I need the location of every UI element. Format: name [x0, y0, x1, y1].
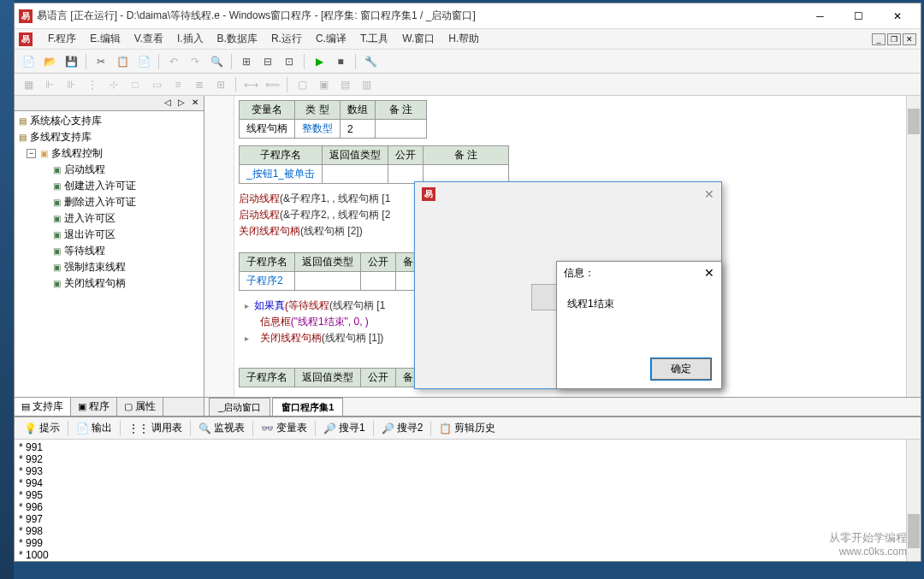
- tb2-4[interactable]: ⋮: [83, 75, 102, 94]
- subroutine-table-2[interactable]: 子程序名返回值类型公开备 子程序2: [239, 252, 421, 291]
- btn-watch[interactable]: 🔍监视表: [193, 419, 250, 437]
- menu-tools[interactable]: T.工具: [353, 30, 395, 48]
- save-icon[interactable]: 💾: [62, 52, 80, 71]
- menu-edit[interactable]: E.编辑: [83, 30, 127, 48]
- tb2-3[interactable]: ⊪: [62, 75, 80, 94]
- app-icon-small: 易: [19, 32, 33, 46]
- tree-leaf[interactable]: 删除进入许可证: [64, 195, 136, 210]
- tree-leaf[interactable]: 退出许可区: [64, 227, 116, 242]
- menu-run[interactable]: R.运行: [264, 30, 309, 48]
- message-box[interactable]: 信息： ✕ 线程1结束 确定: [556, 261, 722, 389]
- tree-collapse-icon[interactable]: −: [27, 149, 36, 158]
- tab-startup-window[interactable]: _启动窗口: [209, 398, 270, 416]
- minimize-button[interactable]: ─: [801, 4, 839, 28]
- paste-icon[interactable]: 📄: [134, 52, 153, 71]
- menu-program[interactable]: F.程序: [41, 30, 83, 48]
- output-line: * 995: [19, 489, 916, 501]
- redo-icon[interactable]: ↷: [186, 52, 204, 71]
- library-tree[interactable]: ▤系统核心支持库 ▤多线程支持库 −▣多线程控制 ▣启动线程 ▣创建进入许可证 …: [15, 111, 204, 397]
- debug-icon[interactable]: 🔧: [361, 52, 380, 71]
- output-panel: 💡提示 📄输出 ⋮⋮调用表 🔍监视表 👓变量表 🔎搜寻1 🔎搜寻2 📋剪辑历史 …: [15, 416, 921, 561]
- menu-insert[interactable]: I.插入: [170, 30, 210, 48]
- tb2-16[interactable]: ▥: [357, 75, 376, 94]
- tree-node[interactable]: 多线程支持库: [30, 130, 92, 145]
- tree-leaf[interactable]: 关闭线程句柄: [64, 276, 126, 291]
- dialog-close-icon[interactable]: ✕: [704, 187, 714, 201]
- output-line: * 998: [19, 525, 916, 537]
- tb2-7[interactable]: ▭: [147, 75, 166, 94]
- copy-icon[interactable]: 📋: [113, 52, 132, 71]
- msgbox-close-icon[interactable]: ✕: [704, 266, 714, 280]
- tab-properties[interactable]: ▢ 属性: [117, 398, 163, 416]
- window3-icon[interactable]: ⊡: [280, 52, 299, 71]
- open-icon[interactable]: 📂: [40, 52, 59, 71]
- tb2-15[interactable]: ▤: [335, 75, 354, 94]
- cut-icon[interactable]: ✂: [92, 52, 110, 71]
- output-line: * 993: [19, 465, 916, 477]
- tb2-9[interactable]: ≣: [190, 75, 209, 94]
- app-icon: 易: [19, 9, 33, 23]
- maximize-button[interactable]: ☐: [839, 4, 878, 28]
- menu-help[interactable]: H.帮助: [441, 30, 486, 48]
- panel-next-icon[interactable]: ▷: [175, 96, 187, 108]
- tb2-1[interactable]: ▦: [19, 75, 38, 94]
- toolbar-secondary: ▦ ⊩ ⊪ ⋮ ⊹ □ ▭ ≡ ≣ ⊞ ⟷ ⟸ ▢ ▣ ▤ ▥: [15, 74, 921, 96]
- menu-database[interactable]: B.数据库: [210, 30, 264, 48]
- tb2-8[interactable]: ≡: [169, 75, 187, 94]
- close-button[interactable]: ✕: [878, 4, 916, 28]
- menu-window[interactable]: W.窗口: [395, 30, 441, 48]
- tree-node[interactable]: 多线程控制: [51, 146, 103, 161]
- tab-support-lib[interactable]: ▤ 支持库: [15, 398, 71, 416]
- ok-button[interactable]: 确定: [651, 358, 711, 380]
- subroutine-table-3[interactable]: 子程序名返回值类型公开备: [239, 368, 421, 387]
- new-icon[interactable]: 📄: [19, 52, 38, 71]
- mdi-minimize[interactable]: _: [872, 33, 886, 45]
- tb2-2[interactable]: ⊩: [40, 75, 59, 94]
- tb2-10[interactable]: ⊞: [211, 75, 230, 94]
- window1-icon[interactable]: ⊞: [237, 52, 256, 71]
- stop-icon[interactable]: ■: [331, 52, 350, 71]
- output-line: * 1000: [19, 549, 916, 561]
- menu-compile[interactable]: C.编译: [309, 30, 353, 48]
- mdi-close[interactable]: ✕: [903, 33, 916, 45]
- panel-prev-icon[interactable]: ◁: [162, 96, 174, 108]
- tree-leaf[interactable]: 创建进入许可证: [64, 179, 136, 193]
- menu-view[interactable]: V.查看: [127, 30, 170, 48]
- tree-node[interactable]: 系统核心支持库: [30, 114, 102, 128]
- find-icon[interactable]: 🔍: [207, 52, 226, 71]
- window2-icon[interactable]: ⊟: [258, 52, 277, 71]
- title-bar[interactable]: 易 易语言 [正在运行] - D:\daima\等待线程.e - Windows…: [15, 3, 921, 29]
- output-line: * 992: [19, 453, 916, 465]
- tb2-5[interactable]: ⊹: [104, 75, 123, 94]
- variable-table[interactable]: 变量名类 型数组备 注 线程句柄整数型2: [239, 100, 427, 139]
- vertical-scrollbar[interactable]: [906, 96, 921, 397]
- btn-calltable[interactable]: ⋮⋮调用表: [123, 419, 187, 437]
- msgbox-message: 线程1结束: [557, 284, 721, 324]
- tree-leaf[interactable]: 等待线程: [64, 244, 105, 258]
- tb2-14[interactable]: ▣: [314, 75, 333, 94]
- tb2-13[interactable]: ▢: [293, 75, 311, 94]
- panel-close-icon[interactable]: ✕: [189, 96, 201, 108]
- btn-clipboard[interactable]: 📋剪辑历史: [434, 419, 500, 437]
- btn-output[interactable]: 📄输出: [71, 419, 117, 437]
- tb2-12[interactable]: ⟸: [263, 75, 281, 94]
- tree-leaf[interactable]: 启动线程: [64, 162, 105, 177]
- tree-leaf[interactable]: 进入许可区: [64, 211, 116, 226]
- btn-search2[interactable]: 🔎搜寻2: [376, 419, 429, 437]
- toolbar-main: 📄 📂 💾 ✂ 📋 📄 ↶ ↷ 🔍 ⊞ ⊟ ⊡ ▶ ■ 🔧: [15, 50, 921, 74]
- output-scrollbar[interactable]: [906, 440, 921, 561]
- output-line: * 999: [19, 537, 916, 549]
- tb2-11[interactable]: ⟷: [241, 75, 260, 94]
- btn-search1[interactable]: 🔎搜寻1: [318, 419, 370, 437]
- tb2-6[interactable]: □: [126, 75, 145, 94]
- btn-vars[interactable]: 👓变量表: [256, 419, 312, 437]
- tab-window-set[interactable]: 窗口程序集1: [272, 398, 343, 416]
- subroutine-table-1[interactable]: 子程序名返回值类型公开备 注 _按钮1_被单击: [239, 145, 509, 184]
- tree-leaf[interactable]: 强制结束线程: [64, 260, 126, 275]
- tab-program[interactable]: ▣ 程序: [71, 398, 117, 416]
- undo-icon[interactable]: ↶: [164, 52, 183, 71]
- output-text[interactable]: * 991 * 992 * 993 * 994 * 995 * 996 * 99…: [15, 440, 921, 561]
- mdi-restore[interactable]: ❐: [887, 33, 901, 45]
- run-icon[interactable]: ▶: [310, 52, 329, 71]
- btn-tips[interactable]: 💡提示: [19, 419, 65, 437]
